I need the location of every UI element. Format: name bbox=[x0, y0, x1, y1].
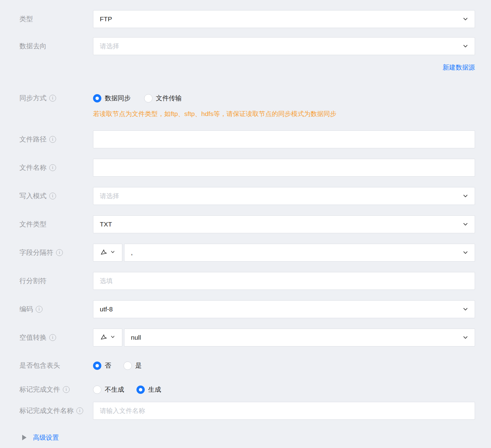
info-icon[interactable]: i bbox=[63, 386, 70, 393]
file-name-input[interactable] bbox=[93, 159, 475, 177]
file-type-label: 文件类型 bbox=[19, 220, 47, 229]
write-mode-select[interactable]: 请选择 bbox=[93, 187, 475, 205]
advanced-settings-label: 高级设置 bbox=[33, 433, 59, 442]
radio-not-generate[interactable]: 不生成 bbox=[93, 385, 124, 394]
radio-circle bbox=[124, 362, 132, 370]
info-icon[interactable]: i bbox=[56, 249, 63, 256]
mark-done-file-name-input[interactable] bbox=[93, 402, 475, 420]
new-datasource-link[interactable]: 新建数据源 bbox=[443, 63, 475, 70]
row-sync-mode: 同步方式 i 数据同步 文件传输 bbox=[0, 93, 491, 103]
chevron-down-icon bbox=[462, 43, 469, 49]
file-name-label: 文件名称 bbox=[19, 163, 47, 172]
file-path-input[interactable] bbox=[93, 130, 475, 148]
row-include-header: 是否包含表头 否 是 bbox=[0, 361, 491, 370]
radio-label: 数据同步 bbox=[105, 94, 131, 102]
advanced-settings-toggle[interactable]: 高级设置 bbox=[0, 433, 491, 442]
radio-circle bbox=[93, 94, 101, 102]
row-file-type: 文件类型 TXT bbox=[0, 215, 491, 233]
encoding-label: 编码 bbox=[19, 305, 33, 314]
info-icon[interactable]: i bbox=[49, 136, 56, 143]
radio-label: 否 bbox=[105, 361, 111, 370]
type-select[interactable]: FTP bbox=[93, 10, 475, 28]
write-mode-select-placeholder: 请选择 bbox=[93, 192, 119, 200]
encoding-select[interactable]: utf-8 bbox=[93, 300, 475, 318]
destination-label: 数据去向 bbox=[19, 42, 47, 51]
chevron-down-icon bbox=[110, 250, 115, 256]
radio-label: 不生成 bbox=[105, 385, 124, 394]
row-type: 类型 FTP bbox=[0, 10, 491, 28]
chevron-down-icon bbox=[462, 193, 469, 199]
destination-select-placeholder: 请选择 bbox=[93, 42, 119, 50]
triangle-right-icon bbox=[22, 435, 26, 440]
type-label: 类型 bbox=[19, 14, 33, 24]
radio-circle bbox=[144, 94, 152, 102]
file-path-label: 文件路径 bbox=[19, 135, 47, 144]
sync-mode-label: 同步方式 bbox=[19, 94, 47, 103]
info-icon[interactable]: i bbox=[36, 306, 43, 313]
chevron-down-icon bbox=[462, 334, 469, 341]
info-icon[interactable]: i bbox=[49, 95, 56, 102]
radio-label: 是 bbox=[135, 361, 142, 370]
file-type-select-value: TXT bbox=[93, 221, 112, 228]
radio-header-yes[interactable]: 是 bbox=[124, 361, 142, 370]
radio-header-no[interactable]: 否 bbox=[93, 361, 111, 370]
row-null-conversion: 空值转换 i null bbox=[0, 329, 491, 346]
row-mark-done-file: 标记完成文件 i 不生成 生成 bbox=[0, 385, 491, 394]
info-icon[interactable]: i bbox=[49, 164, 56, 171]
chevron-down-icon bbox=[462, 221, 469, 227]
null-conversion-mode-select[interactable] bbox=[93, 329, 122, 346]
radio-file-transfer[interactable]: 文件传输 bbox=[144, 94, 182, 102]
row-file-path: 文件路径 i bbox=[0, 130, 491, 148]
chevron-down-icon bbox=[462, 250, 469, 256]
chevron-down-icon bbox=[462, 306, 469, 312]
null-conversion-label: 空值转换 bbox=[19, 333, 47, 342]
row-destination: 数据去向 请选择 bbox=[0, 37, 491, 55]
field-separator-label: 字段分隔符 bbox=[19, 248, 53, 257]
row-mark-done-file-name: 标记完成文件名称 i bbox=[0, 402, 491, 420]
radio-circle bbox=[93, 362, 101, 370]
row-field-separator: 字段分隔符 i , bbox=[0, 244, 491, 262]
info-icon[interactable]: i bbox=[49, 334, 56, 341]
mark-done-file-name-label: 标记完成文件名称 bbox=[19, 406, 74, 415]
line-separator-label: 行分割符 bbox=[19, 276, 47, 286]
null-conversion-select[interactable]: null bbox=[124, 329, 475, 346]
destination-select[interactable]: 请选择 bbox=[93, 37, 475, 55]
row-encoding: 编码 i utf-8 bbox=[0, 300, 491, 318]
ftp-writer-config-form: 类型 FTP 数据去向 请选择 新建数据源 bbox=[0, 0, 491, 448]
info-icon[interactable]: i bbox=[76, 407, 83, 414]
write-mode-label: 写入模式 bbox=[19, 191, 47, 201]
cursor-icon bbox=[100, 333, 108, 342]
field-separator-value: , bbox=[124, 249, 133, 256]
radio-circle bbox=[93, 386, 101, 394]
include-header-label: 是否包含表头 bbox=[19, 361, 60, 370]
row-file-name: 文件名称 i bbox=[0, 159, 491, 177]
radio-label: 文件传输 bbox=[156, 94, 182, 102]
sync-mode-warning: 若读取节点为文件类型，如ftp、sftp、hdfs等，请保证读取节点的同步模式为… bbox=[0, 110, 491, 118]
cursor-icon bbox=[100, 248, 108, 257]
info-icon[interactable]: i bbox=[49, 193, 56, 199]
field-separator-mode-select[interactable] bbox=[93, 244, 122, 262]
mark-done-file-radio-group: 不生成 生成 bbox=[93, 385, 161, 394]
row-new-datasource: 新建数据源 bbox=[0, 63, 491, 70]
line-separator-input[interactable] bbox=[93, 272, 475, 290]
radio-circle bbox=[136, 386, 145, 394]
row-line-separator: 行分割符 bbox=[0, 272, 491, 290]
radio-data-sync[interactable]: 数据同步 bbox=[93, 94, 131, 102]
mark-done-file-label: 标记完成文件 bbox=[19, 385, 60, 394]
file-type-select[interactable]: TXT bbox=[93, 215, 475, 233]
radio-generate[interactable]: 生成 bbox=[136, 385, 161, 394]
field-separator-select[interactable]: , bbox=[124, 244, 475, 262]
radio-label: 生成 bbox=[148, 385, 161, 394]
null-conversion-value: null bbox=[124, 334, 141, 341]
chevron-down-icon bbox=[110, 334, 115, 341]
sync-mode-radio-group: 数据同步 文件传输 bbox=[93, 94, 182, 102]
encoding-select-value: utf-8 bbox=[93, 306, 113, 313]
chevron-down-icon bbox=[462, 16, 469, 22]
row-write-mode: 写入模式 i 请选择 bbox=[0, 187, 491, 205]
type-select-value: FTP bbox=[93, 15, 112, 23]
include-header-radio-group: 否 是 bbox=[93, 361, 142, 370]
